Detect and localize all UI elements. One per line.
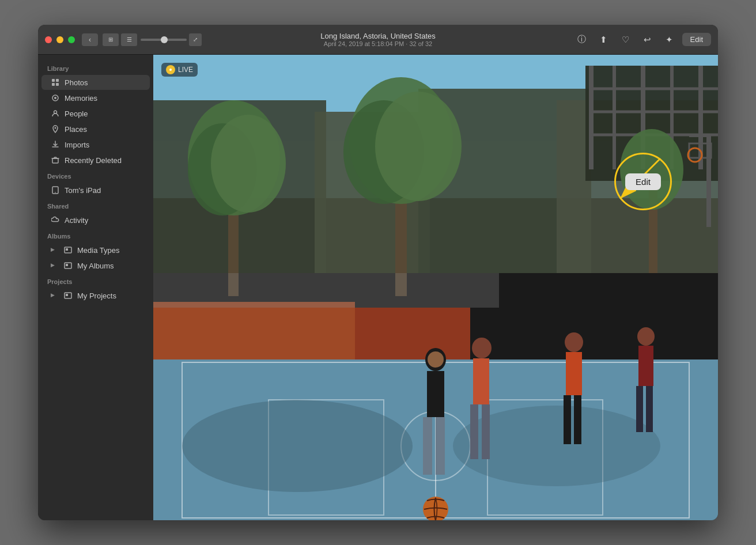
edit-toolbar-button[interactable]: Edit — [682, 33, 711, 46]
slider-track — [141, 39, 187, 41]
svg-rect-44 — [153, 273, 499, 308]
photo-area: LIVE Edit — [153, 55, 718, 520]
trash-icon — [51, 156, 60, 165]
photo-image — [153, 55, 718, 520]
media-types-arrow-icon: ▶ — [51, 247, 58, 253]
svg-rect-60 — [473, 358, 489, 404]
svg-rect-61 — [470, 404, 478, 459]
sidebar-item-memories[interactable]: Memories — [41, 90, 150, 105]
tools-button[interactable]: ✦ — [660, 32, 679, 48]
media-types-icon — [63, 245, 73, 255]
grid-view-button[interactable]: ⊞ — [103, 33, 119, 46]
svg-rect-14 — [66, 264, 68, 266]
svg-rect-2 — [52, 83, 55, 86]
svg-point-10 — [55, 192, 56, 193]
activity-label: Activity — [65, 216, 88, 225]
rotate-button[interactable]: ↩ — [638, 32, 657, 48]
edit-circle: Edit — [614, 153, 672, 210]
memories-icon — [51, 93, 60, 103]
live-badge-icon — [166, 65, 175, 74]
list-icon: ☰ — [127, 36, 132, 43]
places-label: Places — [65, 125, 87, 134]
imports-label: Imports — [65, 141, 89, 149]
info-icon: ⓘ — [577, 34, 586, 45]
my-projects-icon — [63, 291, 73, 300]
back-icon: ‹ — [89, 36, 91, 44]
my-albums-arrow-icon: ▶ — [51, 262, 58, 269]
sidebar: Library Photos — [38, 55, 153, 520]
close-button[interactable] — [45, 36, 52, 43]
sidebar-item-my-albums[interactable]: ▶ My Albums — [41, 258, 150, 273]
svg-point-39 — [375, 92, 462, 201]
list-view-button[interactable]: ☰ — [121, 33, 137, 46]
svg-point-63 — [565, 332, 583, 352]
heart-icon: ♡ — [622, 35, 629, 45]
zoom-slider[interactable] — [141, 39, 187, 41]
svg-rect-0 — [52, 79, 55, 82]
sidebar-item-media-types[interactable]: ▶ Media Types — [41, 243, 150, 258]
back-button[interactable]: ‹ — [82, 33, 98, 46]
rotate-icon: ↩ — [644, 35, 651, 45]
cloud-icon — [51, 215, 60, 225]
people-label: People — [65, 109, 88, 118]
photo-subtitle: April 24, 2019 at 5:18:04 PM · 32 of 32 — [320, 40, 435, 47]
my-albums-icon — [63, 261, 73, 270]
expand-icon: ⤢ — [193, 36, 198, 43]
svg-point-5 — [54, 97, 56, 99]
live-badge-text: LIVE — [178, 66, 193, 74]
svg-rect-3 — [56, 83, 59, 86]
edit-circle-button[interactable]: Edit — [625, 173, 661, 190]
my-projects-label: My Projects — [77, 292, 116, 300]
slider-thumb[interactable] — [161, 36, 168, 43]
my-projects-arrow-icon: ▶ — [51, 292, 58, 299]
favorite-button[interactable]: ♡ — [617, 32, 635, 48]
photo-container: LIVE Edit — [153, 55, 718, 520]
share-button[interactable]: ⬆ — [595, 32, 613, 48]
sidebar-item-my-projects[interactable]: ▶ My Projects — [41, 288, 150, 303]
sidebar-item-recently-deleted[interactable]: Recently Deleted — [41, 153, 150, 168]
svg-rect-64 — [566, 352, 582, 395]
photos-icon — [51, 78, 60, 87]
sidebar-item-toms-ipad[interactable]: Tom's iPad — [41, 183, 150, 198]
memories-label: Memories — [65, 94, 97, 103]
people-icon — [51, 109, 60, 118]
svg-rect-56 — [423, 417, 432, 475]
sidebar-item-activity[interactable]: Activity — [41, 213, 150, 228]
main-content: Library Photos — [38, 55, 718, 520]
svg-rect-62 — [482, 404, 490, 459]
edit-overlay: Edit — [614, 153, 672, 210]
expand-button[interactable]: ⤢ — [189, 33, 202, 46]
svg-point-77 — [169, 69, 172, 71]
live-badge[interactable]: LIVE — [161, 63, 198, 77]
svg-rect-65 — [564, 395, 571, 444]
imports-icon — [51, 140, 60, 149]
sidebar-item-places[interactable]: Places — [41, 122, 150, 137]
grid-icon: ⊞ — [108, 36, 113, 43]
svg-rect-43 — [355, 308, 470, 365]
sidebar-item-photos[interactable]: Photos — [41, 75, 150, 90]
sidebar-item-people[interactable]: People — [41, 106, 150, 121]
svg-rect-73 — [689, 135, 711, 137]
photo-title: Long Island, Astoria, United States — [320, 32, 435, 40]
minimize-button[interactable] — [56, 36, 63, 43]
library-section-header: Library — [38, 60, 153, 74]
toms-ipad-label: Tom's iPad — [65, 186, 101, 195]
svg-rect-68 — [638, 346, 653, 386]
maximize-button[interactable] — [68, 36, 75, 43]
svg-point-7 — [55, 127, 56, 129]
svg-rect-16 — [66, 294, 68, 296]
app-window: ‹ ⊞ ☰ ⤢ Long Island, Astoria, United Sta… — [38, 25, 718, 520]
my-albums-label: My Albums — [77, 262, 114, 270]
info-button[interactable]: ⓘ — [573, 32, 591, 48]
sidebar-item-imports[interactable]: Imports — [41, 137, 150, 152]
svg-rect-12 — [66, 248, 68, 251]
svg-rect-55 — [427, 371, 444, 417]
view-controls: ⊞ ☰ — [103, 33, 137, 46]
traffic-lights — [45, 36, 75, 43]
svg-point-58 — [428, 351, 444, 368]
svg-rect-57 — [436, 417, 445, 475]
places-icon — [51, 124, 60, 134]
svg-point-52 — [182, 400, 413, 492]
svg-point-67 — [637, 327, 655, 346]
recently-deleted-label: Recently Deleted — [65, 156, 122, 165]
